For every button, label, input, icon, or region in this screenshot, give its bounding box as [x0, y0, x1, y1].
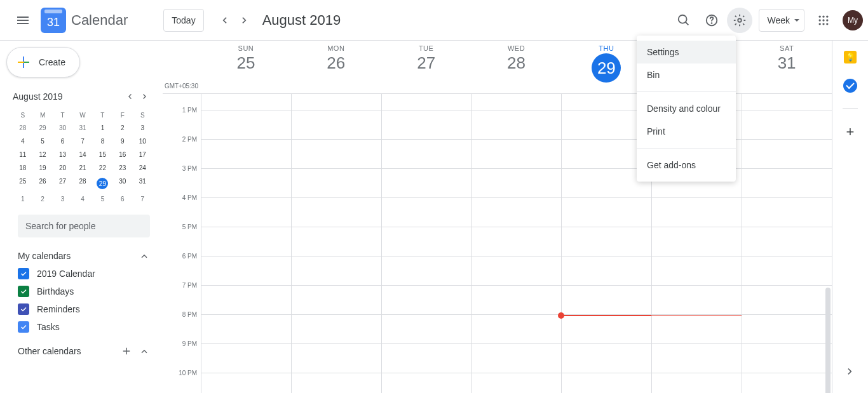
mini-cal-day[interactable]: 26	[32, 175, 52, 192]
mini-cal-day[interactable]: 17	[133, 148, 153, 161]
settings-menu-item[interactable]: Density and colour	[637, 97, 736, 120]
grid-hour-cell[interactable]	[201, 227, 291, 256]
grid-hour-cell[interactable]	[742, 256, 832, 286]
grid-hour-cell[interactable]	[292, 227, 381, 256]
grid-hour-cell[interactable]	[472, 256, 562, 286]
mini-cal-day[interactable]: 22	[93, 161, 112, 175]
mini-cal-day[interactable]: 13	[53, 148, 72, 161]
grid-hour-cell[interactable]	[292, 373, 381, 393]
calendar-list-item[interactable]: Tasks	[18, 321, 150, 333]
calendar-list-item[interactable]: Reminders	[18, 303, 150, 315]
mini-cal-day[interactable]: 3	[133, 121, 153, 135]
grid-hour-cell[interactable]	[382, 227, 471, 256]
calendar-checkbox[interactable]	[18, 286, 29, 297]
grid-hour-cell[interactable]	[201, 140, 291, 169]
grid-hour-cell[interactable]	[652, 286, 742, 315]
create-button[interactable]: Create	[6, 47, 80, 77]
grid-hour-cell[interactable]	[292, 94, 381, 110]
account-avatar[interactable]: My	[843, 10, 863, 30]
grid-hour-cell[interactable]	[652, 227, 742, 256]
grid-hour-cell[interactable]	[292, 198, 381, 227]
grid-hour-cell[interactable]	[382, 286, 471, 315]
mini-cal-day[interactable]: 18	[13, 161, 32, 175]
grid-hour-cell[interactable]	[382, 140, 471, 169]
grid-hour-cell[interactable]	[382, 169, 471, 198]
mini-cal-day[interactable]: 5	[32, 135, 52, 148]
grid-hour-cell[interactable]	[652, 198, 742, 227]
grid-hour-cell[interactable]	[382, 256, 471, 286]
grid-hour-cell[interactable]	[382, 110, 471, 140]
grid-hour-cell[interactable]	[562, 256, 651, 286]
grid-hour-cell[interactable]	[562, 198, 651, 227]
grid-hour-cell[interactable]	[472, 140, 562, 169]
grid-hour-cell[interactable]	[292, 110, 381, 140]
grid-day-column[interactable]	[381, 94, 471, 393]
mini-cal-day[interactable]: 21	[72, 161, 92, 175]
grid-hour-cell[interactable]	[292, 140, 381, 169]
grid-hour-cell[interactable]	[472, 373, 562, 393]
grid-hour-cell[interactable]	[201, 373, 291, 393]
view-switcher[interactable]: Week	[759, 9, 804, 32]
search-button[interactable]	[671, 8, 696, 33]
grid-hour-cell[interactable]	[382, 344, 471, 373]
mini-cal-day[interactable]: 16	[112, 148, 132, 161]
grid-hour-cell[interactable]	[472, 94, 562, 110]
grid-hour-cell[interactable]	[652, 344, 742, 373]
mini-cal-day[interactable]: 4	[72, 192, 92, 206]
plus-icon[interactable]	[121, 345, 132, 357]
mini-cal-day[interactable]: 9	[112, 135, 132, 148]
grid-hour-cell[interactable]	[201, 286, 291, 315]
grid-hour-cell[interactable]	[742, 286, 832, 315]
mini-cal-day[interactable]: 2	[112, 121, 132, 135]
add-addon-button[interactable]: +	[846, 124, 855, 140]
settings-menu-item[interactable]: Settings	[637, 41, 736, 63]
grid-hour-cell[interactable]	[562, 286, 651, 315]
mini-cal-day[interactable]: 29	[32, 121, 52, 135]
grid-hour-cell[interactable]	[201, 315, 291, 344]
search-people-input[interactable]: Search for people	[18, 215, 150, 237]
mini-cal-day[interactable]: 29	[93, 175, 112, 192]
calendar-checkbox[interactable]	[18, 268, 29, 279]
other-calendars-toggle[interactable]: Other calendars	[18, 345, 150, 357]
sidepanel-expand-button[interactable]	[844, 365, 857, 380]
mini-cal-day[interactable]: 7	[72, 135, 92, 148]
mini-cal-day[interactable]: 1	[93, 121, 112, 135]
grid-hour-cell[interactable]	[201, 110, 291, 140]
grid-hour-cell[interactable]	[472, 198, 562, 227]
apps-button[interactable]	[811, 8, 836, 33]
mini-cal-day[interactable]: 30	[112, 175, 132, 192]
grid-hour-cell[interactable]	[201, 344, 291, 373]
mini-cal-day[interactable]: 2	[32, 192, 52, 206]
day-column-header[interactable]: SAT31	[742, 41, 832, 93]
calendar-checkbox[interactable]	[18, 303, 29, 315]
grid-hour-cell[interactable]	[472, 344, 562, 373]
mini-next-button[interactable]	[137, 89, 153, 104]
mini-cal-day[interactable]: 5	[93, 192, 112, 206]
grid-day-column[interactable]	[201, 94, 291, 393]
day-column-header[interactable]: TUE27	[381, 41, 471, 93]
grid-hour-cell[interactable]	[742, 140, 832, 169]
day-column-header[interactable]: SUN25	[201, 41, 291, 93]
my-calendars-toggle[interactable]: My calendars	[18, 250, 150, 262]
grid-hour-cell[interactable]	[652, 373, 742, 393]
grid-hour-cell[interactable]	[742, 227, 832, 256]
grid-hour-cell[interactable]	[742, 169, 832, 198]
grid-hour-cell[interactable]	[382, 373, 471, 393]
grid-hour-cell[interactable]	[382, 315, 471, 344]
mini-cal-day[interactable]: 25	[13, 175, 32, 192]
grid-hour-cell[interactable]	[742, 373, 832, 393]
mini-cal-day[interactable]: 12	[32, 148, 52, 161]
mini-cal-day[interactable]: 28	[72, 175, 92, 192]
mini-cal-day[interactable]: 3	[53, 192, 72, 206]
grid-hour-cell[interactable]	[562, 344, 651, 373]
mini-cal-day[interactable]: 19	[32, 161, 52, 175]
grid-hour-cell[interactable]	[292, 169, 381, 198]
mini-cal-day[interactable]: 7	[133, 192, 153, 206]
calendar-list-item[interactable]: Birthdays	[18, 286, 150, 297]
mini-cal-day[interactable]: 14	[72, 148, 92, 161]
grid-hour-cell[interactable]	[201, 198, 291, 227]
grid-day-column[interactable]	[742, 94, 832, 393]
tasks-icon[interactable]	[843, 79, 857, 93]
mini-cal-day[interactable]: 28	[13, 121, 32, 135]
mini-cal-day[interactable]: 11	[13, 148, 32, 161]
